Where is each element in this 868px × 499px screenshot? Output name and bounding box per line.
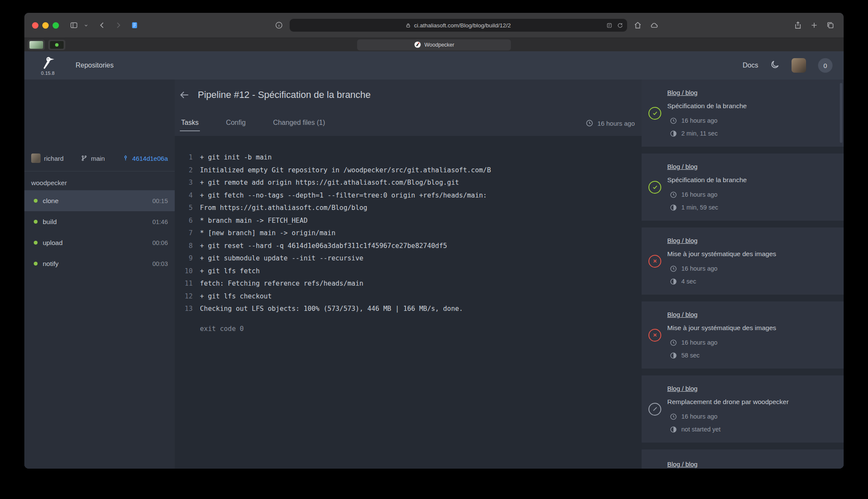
build-meta-row: richard main 4614d1e06a (24, 148, 175, 168)
log-line-text: + git init -b main (193, 151, 272, 164)
tab-config[interactable]: Config (225, 115, 247, 131)
log-line-number: 2 (175, 164, 193, 177)
pipeline-time-text: 16 hours ago (597, 120, 635, 127)
page-title: Pipeline #12 - Spécification de la branc… (198, 89, 371, 100)
commit-icon (122, 155, 129, 162)
log-line-text: From https://git.athaliasoft.com/Blog/bl… (193, 202, 367, 215)
close-button[interactable] (32, 22, 38, 29)
tab-tasks[interactable]: Tasks (180, 115, 200, 131)
pipeline-step[interactable]: notify00:03 (24, 253, 175, 274)
build-card[interactable]: Blog / blog (642, 449, 844, 469)
desktop-background: ci.athaliasoft.com/Blog/blog/build/12/2 (0, 0, 868, 499)
log-line-number: 8 (175, 240, 193, 253)
feed-scrollbar[interactable] (840, 83, 842, 143)
build-repo-link[interactable]: Blog / blog (667, 236, 836, 245)
build-duration: 1 min, 59 sec (670, 203, 836, 212)
woodpecker-logo[interactable]: 0.15.8 (35, 55, 60, 76)
browser-toolbar: ci.athaliasoft.com/Blog/blog/build/12/2 (24, 13, 844, 38)
build-card[interactable]: Blog / blogMise à jour systématique des … (642, 227, 844, 295)
tab-changed-files[interactable]: Changed files (1) (272, 115, 326, 131)
reload-icon[interactable] (617, 22, 623, 29)
log-line-text: fetch: Fetching reference refs/heads/mai… (193, 278, 364, 290)
log-line: 5From https://git.athaliasoft.com/Blog/b… (175, 202, 642, 215)
build-message: Mise à jour systématique des images (667, 323, 836, 333)
step-status-dot (34, 220, 38, 224)
build-time-text: 16 hours ago (681, 412, 718, 421)
log-line-number: 1 (175, 151, 193, 164)
build-time: 16 hours ago (670, 338, 836, 347)
site-settings-icon[interactable] (606, 22, 613, 29)
pipeline-time: 16 hours ago (586, 119, 635, 127)
arrow-left-icon (179, 89, 190, 100)
build-duration-text: not started yet (681, 425, 721, 434)
log-line: 12+ git lfs checkout (175, 290, 642, 303)
tab-overview-icon[interactable] (825, 20, 836, 31)
new-tab-icon[interactable] (809, 20, 820, 31)
clock-icon (670, 117, 677, 124)
back-nav-icon[interactable] (97, 20, 108, 31)
log-line-text: + git reset --hard -q 4614d1e06a3dabf311… (193, 240, 447, 253)
log-panel: 1+ git init -b main2Initialized empty Gi… (175, 136, 642, 469)
pipeline-title-row: Pipeline #12 - Spécification de la branc… (175, 80, 642, 110)
build-time: 16 hours ago (670, 116, 836, 125)
build-card[interactable]: Blog / blogSpécification de la branche16… (642, 154, 844, 221)
pipeline-step[interactable]: build01:46 (24, 211, 175, 232)
start-page-icon[interactable] (129, 20, 140, 31)
build-repo-link[interactable]: Blog / blog (667, 88, 836, 97)
minimize-button[interactable] (42, 22, 49, 29)
chevron-down-icon[interactable] (80, 20, 91, 31)
status-failure-icon (648, 255, 661, 268)
build-card-body: Blog / blogMise à jour systématique des … (667, 310, 836, 360)
author-name: richard (44, 155, 64, 162)
zoom-button[interactable] (53, 22, 59, 29)
pinned-tab-1[interactable] (28, 40, 45, 50)
cloud-icon[interactable] (648, 20, 660, 31)
user-avatar[interactable] (792, 58, 806, 73)
build-card[interactable]: Blog / blogRemplacement de drone par woo… (642, 375, 844, 443)
log-line: 4+ git fetch --no-tags --depth=1 --filte… (175, 189, 642, 202)
log-line: 1+ git init -b main (175, 151, 642, 164)
pipeline-step[interactable]: clone00:15 (24, 190, 175, 211)
branch-name: main (91, 155, 105, 162)
build-duration: 2 min, 11 sec (670, 129, 836, 138)
build-branch: main (81, 155, 105, 162)
clock-icon (670, 265, 677, 272)
status-skipped-icon (648, 403, 661, 416)
pipeline-step[interactable]: upload00:06 (24, 232, 175, 253)
build-card[interactable]: Blog / blogSpécification de la branche16… (642, 80, 844, 147)
page-info-icon[interactable] (273, 20, 284, 31)
dark-mode-toggle[interactable] (770, 60, 780, 71)
build-repo-link[interactable]: Blog / blog (667, 310, 836, 319)
build-repo-link[interactable]: Blog / blog (667, 162, 836, 171)
log-line-number: 5 (175, 202, 193, 215)
log-line: 3+ git remote add origin https://git.ath… (175, 177, 642, 189)
pinned-tab-2[interactable] (48, 40, 65, 50)
log-lines: 1+ git init -b main2Initialized empty Gi… (175, 151, 642, 316)
step-duration: 01:46 (152, 218, 168, 225)
log-line: 6* branch main -> FETCH_HEAD (175, 215, 642, 227)
log-line: 10+ git lfs fetch (175, 265, 642, 278)
duration-icon (670, 130, 677, 137)
address-bar[interactable]: ci.athaliasoft.com/Blog/blog/build/12/2 (290, 19, 627, 32)
notification-badge[interactable]: 0 (818, 58, 833, 73)
build-repo-link[interactable]: Blog / blog (667, 460, 836, 469)
step-duration: 00:15 (152, 198, 168, 204)
browser-window: ci.athaliasoft.com/Blog/blog/build/12/2 (24, 13, 844, 469)
log-line: 11fetch: Fetching reference refs/heads/m… (175, 278, 642, 290)
docs-link[interactable]: Docs (743, 62, 758, 69)
home-icon[interactable] (632, 20, 643, 31)
build-duration: 4 sec (670, 277, 836, 286)
nav-repositories[interactable]: Repositories (76, 62, 114, 69)
log-line-text: + git fetch --no-tags --depth=1 --filter… (193, 189, 487, 202)
share-icon[interactable] (792, 20, 803, 31)
forward-nav-icon[interactable] (113, 20, 124, 31)
active-tab[interactable]: Woodpecker (357, 39, 511, 50)
back-button[interactable] (178, 89, 191, 101)
step-list: clone00:15build01:46upload00:06notify00:… (24, 190, 175, 274)
build-time-text: 16 hours ago (681, 190, 718, 199)
build-card[interactable]: Blog / blogMise à jour systématique des … (642, 301, 844, 369)
log-line: 13Checking out LFS objects: 100% (573/57… (175, 303, 642, 316)
sidebar-toggle-icon[interactable] (68, 20, 79, 31)
build-repo-link[interactable]: Blog / blog (667, 384, 836, 393)
commit-link[interactable]: 4614d1e06a (122, 155, 168, 162)
